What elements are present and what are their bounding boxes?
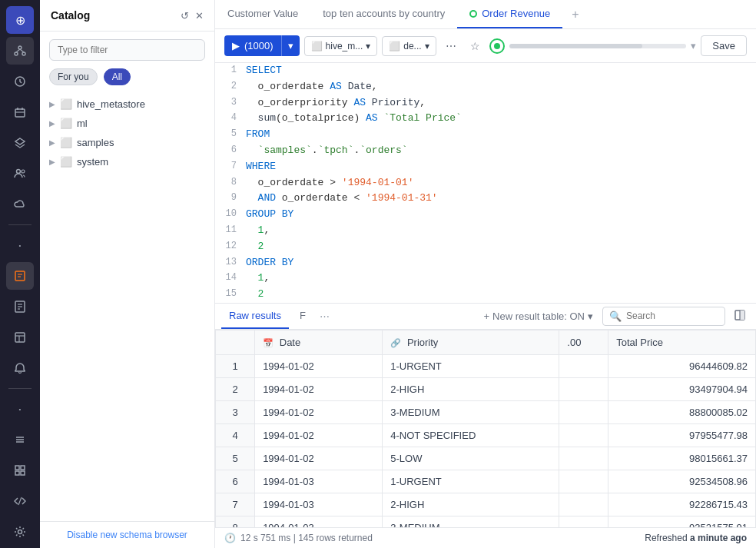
- layers-icon[interactable]: [6, 129, 34, 157]
- col-total-header[interactable]: Total Price: [608, 330, 756, 354]
- row-num: 6: [216, 470, 255, 493]
- history-icon[interactable]: [6, 68, 34, 95]
- cell-priority: 1-URGENT: [383, 354, 559, 377]
- chevron-icon: ▾: [366, 41, 370, 51]
- tree-item-label: ml: [77, 118, 88, 129]
- tab-raw-results[interactable]: Raw results: [221, 304, 289, 329]
- date-icon: 📅: [263, 338, 274, 347]
- catalog-search-input[interactable]: [49, 39, 205, 61]
- tab-order-revenue[interactable]: Order Revenue: [457, 0, 562, 28]
- report-icon[interactable]: [6, 293, 34, 320]
- cell-empty: [559, 354, 608, 377]
- run-dropdown-button[interactable]: ▾: [281, 35, 300, 56]
- svg-point-32: [494, 43, 500, 49]
- table-row: 7 1994-01-03 2-HIGH 92286715.43: [216, 493, 756, 516]
- progress-bar: [509, 44, 687, 48]
- db-selector[interactable]: ⬜ hive_m... ▾: [304, 36, 378, 56]
- save-button[interactable]: Save: [701, 35, 747, 56]
- table2-icon[interactable]: [6, 324, 34, 351]
- sql-editor[interactable]: 1 SELECT 2 o_orderdate AS Date, 3 o_orde…: [215, 63, 756, 304]
- cell-date: 1994-01-02: [255, 377, 383, 400]
- cell-total: 92286715.43: [608, 493, 756, 516]
- sql-line-13: 13 ORDER BY: [215, 255, 756, 271]
- results-area: Raw results F ⋯ + New result table: ON ▾…: [215, 304, 756, 548]
- expand-button[interactable]: [730, 307, 750, 326]
- catalog-title: Catalog: [51, 9, 90, 22]
- tree-item-samples[interactable]: ▶ ⬜ samples: [40, 133, 214, 152]
- run-button[interactable]: ▶ (1000) ▾: [224, 35, 300, 56]
- table-row: 3 1994-01-02 3-MEDIUM 88800085.02: [216, 400, 756, 423]
- cell-priority: 1-URGENT: [383, 470, 559, 493]
- sql-line-5: 5 FROM: [215, 127, 756, 143]
- catalog-tab-for-you[interactable]: For you: [49, 68, 98, 85]
- list-icon[interactable]: [6, 426, 34, 453]
- more-options-button[interactable]: ⋯: [441, 36, 461, 56]
- grid-icon[interactable]: [6, 457, 34, 484]
- users-icon[interactable]: [6, 160, 34, 188]
- catalog-tabs: For you All: [40, 68, 214, 91]
- code-icon[interactable]: [6, 487, 34, 515]
- results-search-input[interactable]: [626, 311, 703, 321]
- tree-item-ml[interactable]: ▶ ⬜ ml: [40, 114, 214, 133]
- results-actions: + New result table: ON ▾ 🔍: [479, 307, 750, 326]
- home-icon[interactable]: ⊕: [6, 6, 34, 34]
- col-date-header[interactable]: 📅 Date: [255, 330, 383, 354]
- dot2-icon[interactable]: •: [6, 395, 34, 423]
- table-row: 1 1994-01-02 1-URGENT 96444609.82: [216, 354, 756, 377]
- sql-line-10: 10 GROUP BY: [215, 207, 756, 223]
- cell-priority: 3-MEDIUM: [383, 400, 559, 423]
- footer-refresh: Refreshed a minute ago: [645, 533, 747, 543]
- row-num: 8: [216, 516, 255, 527]
- sql-line-6: 6 `samples`.`tpch`.`orders`: [215, 143, 756, 159]
- add-tab-button[interactable]: +: [562, 2, 588, 28]
- chevron-icon: ▾: [425, 41, 429, 51]
- tree-item-hive[interactable]: ▶ ⬜ hive_metastore: [40, 95, 214, 114]
- editor-icon[interactable]: [6, 262, 34, 290]
- row-num: 3: [216, 400, 255, 423]
- close-icon[interactable]: ✕: [195, 10, 204, 22]
- cell-date: 1994-01-02: [255, 400, 383, 423]
- chevron-down-icon[interactable]: ▾: [691, 40, 696, 51]
- run-button-main[interactable]: ▶ (1000): [224, 35, 281, 56]
- icon-bar: ⊕: [0, 0, 40, 548]
- search-icon: 🔍: [609, 311, 622, 322]
- svg-line-30: [18, 497, 22, 505]
- cell-empty: [559, 470, 608, 493]
- cell-date: 1994-01-03: [255, 516, 383, 527]
- chevron-right-icon: ▶: [49, 100, 55, 108]
- cell-priority: 5-LOW: [383, 447, 559, 470]
- tab-format[interactable]: F: [292, 304, 313, 329]
- svg-line-3: [16, 49, 20, 52]
- add-result-button[interactable]: + New result table: ON ▾: [479, 307, 598, 325]
- tab-customer-value[interactable]: Customer Value: [215, 0, 310, 28]
- col-dotoo-header[interactable]: .00: [559, 330, 608, 354]
- bell-icon[interactable]: [6, 354, 34, 382]
- favorite-button[interactable]: ☆: [466, 36, 485, 56]
- db-icon: ⬜: [60, 156, 72, 168]
- tree-item-system[interactable]: ▶ ⬜ system: [40, 152, 214, 171]
- tree-icon[interactable]: [6, 37, 34, 65]
- catalog-tab-all[interactable]: All: [104, 68, 131, 85]
- cloud-icon[interactable]: [6, 191, 34, 218]
- table-row: 2 1994-01-02 2-HIGH 93497904.94: [216, 377, 756, 400]
- svg-rect-29: [21, 471, 25, 475]
- db-icon: ⬜: [60, 118, 72, 129]
- data-table-container[interactable]: 📅 Date 🔗 Priority .00 Total Price: [215, 330, 756, 527]
- schema-selector[interactable]: ⬜ de... ▾: [382, 36, 436, 56]
- table-row: 6 1994-01-03 1-URGENT 92534508.96: [216, 470, 756, 493]
- chevron-right-icon: ▶: [49, 138, 55, 147]
- tree-item-label: hive_metastore: [77, 98, 145, 110]
- tab-top-ten[interactable]: top ten accounts by country: [310, 0, 457, 28]
- cell-priority: 2-HIGH: [383, 493, 559, 516]
- settings-icon[interactable]: [6, 518, 34, 546]
- more-tabs-button[interactable]: ⋯: [317, 306, 333, 327]
- tree-item-label: samples: [77, 137, 114, 148]
- refresh-icon[interactable]: ↺: [181, 10, 189, 22]
- svg-rect-6: [15, 109, 25, 117]
- clock-icon2: 🕐: [224, 533, 236, 543]
- dot1-icon[interactable]: •: [6, 231, 34, 259]
- disable-schema-browser-link[interactable]: Disable new schema browser: [40, 521, 214, 548]
- col-priority-header[interactable]: 🔗 Priority: [383, 330, 559, 354]
- clock-icon[interactable]: [6, 98, 34, 126]
- db-icon2: ⬜: [389, 41, 400, 51]
